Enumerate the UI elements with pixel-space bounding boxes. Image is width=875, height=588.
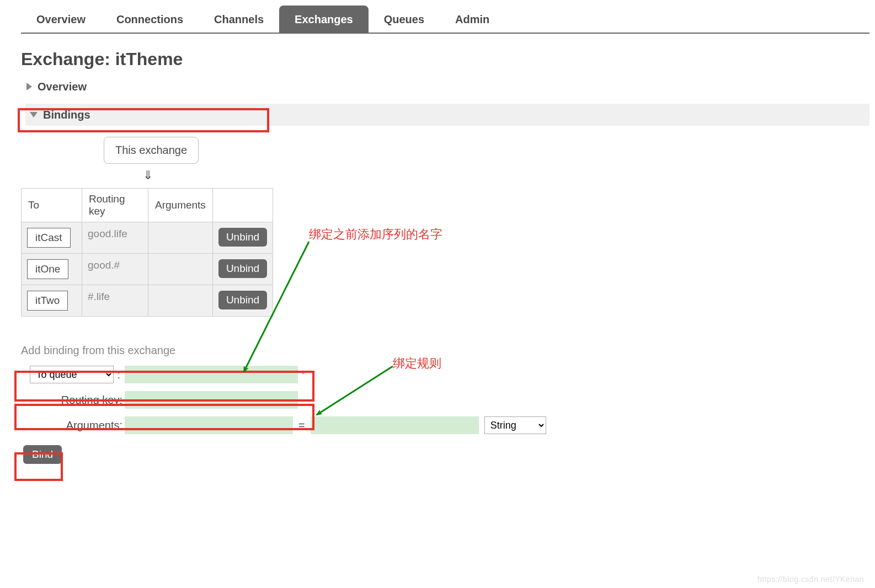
col-arguments: Arguments (148, 189, 213, 222)
section-bindings[interactable]: Bindings (25, 104, 869, 126)
queue-link[interactable]: itOne (27, 259, 68, 279)
page-title: Exchange: itTheme (21, 49, 875, 70)
form-row-to: To queue : * (21, 364, 875, 386)
to-label-cell: To queue : (21, 366, 125, 383)
routing-key-cell: good.# (82, 254, 148, 285)
required-star: * (301, 369, 305, 381)
tab-channels[interactable]: Channels (199, 6, 279, 33)
col-actions (212, 189, 273, 222)
routing-key-cell: #.life (82, 285, 148, 317)
to-queue-input[interactable] (125, 366, 298, 383)
routing-key-input[interactable] (125, 391, 298, 409)
routing-key-cell: good.life (82, 222, 148, 254)
col-routing-key: Routing key (82, 189, 148, 222)
arguments-cell (148, 222, 213, 254)
arguments-cell (148, 254, 213, 285)
page-title-kind: Exchange: (21, 49, 110, 69)
form-row-arguments: Arguments: = String (21, 414, 875, 436)
page-title-name: itTheme (115, 49, 183, 69)
tab-admin[interactable]: Admin (440, 6, 505, 33)
argument-value-input[interactable] (311, 416, 479, 434)
bindings-header-row: To Routing key Arguments (22, 189, 273, 222)
tab-queues[interactable]: Queues (369, 6, 440, 33)
watermark: https://blog.csdn.net/YKenan (757, 575, 864, 584)
bindings-table: To Routing key Arguments itCast good.lif… (21, 188, 273, 317)
arguments-label: Arguments: (21, 419, 125, 432)
argument-key-input[interactable] (125, 416, 293, 434)
colon: : (117, 368, 120, 381)
chevron-right-icon (26, 83, 32, 90)
bindings-area: This exchange ⇓ To Routing key Arguments… (21, 137, 875, 317)
argument-type-select[interactable]: String (484, 416, 546, 434)
add-binding-title: Add binding from this exchange (21, 344, 875, 357)
queue-link[interactable]: itTwo (27, 291, 68, 311)
nav-tabs: Overview Connections Channels Exchanges … (21, 6, 869, 34)
this-exchange-box: This exchange (104, 137, 199, 164)
equals-sign: = (298, 419, 305, 432)
tab-connections[interactable]: Connections (101, 6, 199, 33)
table-row: itTwo #.life Unbind (22, 285, 273, 317)
down-arrow-icon: ⇓ (104, 168, 192, 183)
form-row-routing-key: Routing key: (21, 389, 875, 411)
arguments-cell (148, 285, 213, 317)
section-overview-label: Overview (38, 81, 87, 93)
tab-exchanges[interactable]: Exchanges (279, 6, 369, 33)
unbind-button[interactable]: Unbind (218, 291, 267, 309)
unbind-button[interactable]: Unbind (218, 228, 267, 247)
unbind-button[interactable]: Unbind (218, 259, 267, 278)
to-select[interactable]: To queue (30, 366, 114, 383)
queue-link[interactable]: itCast (27, 228, 71, 248)
table-row: itOne good.# Unbind (22, 254, 273, 285)
chevron-down-icon (30, 112, 38, 117)
col-to: To (22, 189, 82, 222)
bind-button[interactable]: Bind (23, 445, 62, 464)
table-row: itCast good.life Unbind (22, 222, 273, 254)
section-overview[interactable]: Overview (25, 77, 875, 96)
tab-overview[interactable]: Overview (21, 6, 101, 33)
routing-key-label: Routing key: (21, 394, 125, 407)
section-bindings-label: Bindings (43, 109, 90, 121)
